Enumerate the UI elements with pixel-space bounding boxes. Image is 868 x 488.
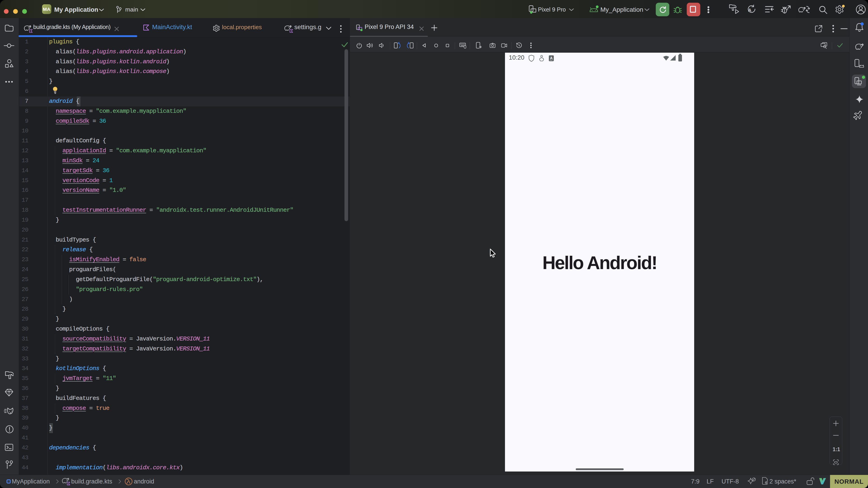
svg-text:A: A [550, 56, 553, 60]
svg-text:A: A [748, 8, 751, 13]
